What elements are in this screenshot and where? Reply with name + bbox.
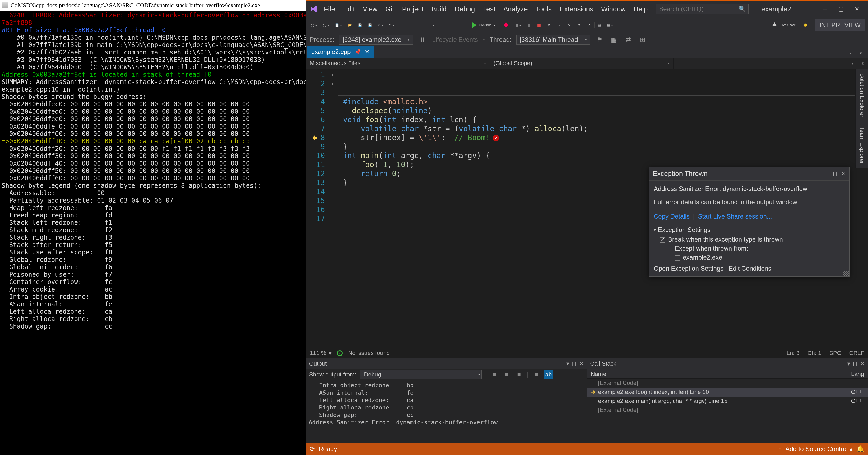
menu-project[interactable]: Project [399,3,427,15]
callstack-col-lang[interactable]: Lang [839,369,868,378]
step-into-button[interactable]: ↘ [565,19,574,31]
console-titlebar[interactable]: C:\MSDN\cpp-docs-pr\docs\c-language\ASAN… [0,0,306,10]
exception-close-button[interactable]: ✕ [841,170,845,177]
except-module-checkbox[interactable]: example2.exe [660,254,844,261]
thread-button[interactable]: ⇄ [624,35,633,45]
suspend-button[interactable]: ⏸ [418,35,427,45]
output-pin-button[interactable]: ⊓ [572,360,576,367]
search-input[interactable] [659,5,739,13]
minimize-button[interactable]: ─ [817,4,833,14]
callstack-close-button[interactable]: ✕ [860,360,865,367]
menu-tools[interactable]: Tools [532,3,555,15]
split-button[interactable]: ⊞ [858,58,868,68]
nav-project-dropdown[interactable]: Miscellaneous Files▾ [306,58,490,68]
callstack-row[interactable]: ➜example2.exe!foo(int index, int len) Li… [587,388,868,397]
close-button[interactable]: ✕ [849,4,865,14]
show-next-button[interactable]: → [555,19,563,31]
vs-logo-icon[interactable] [309,4,319,14]
open-exception-settings-link[interactable]: Open Exception Settings [654,265,723,272]
live-share-link[interactable]: Start Live Share session... [698,213,772,220]
save-all-button[interactable]: 💾 [366,19,374,31]
feedback-button[interactable]: 🙂 [801,19,809,31]
ips-button[interactable]: ⊞ [638,35,647,45]
menu-analyze[interactable]: Analyze [500,3,531,15]
output-text[interactable]: Intra object redzone: bb ASan internal: … [306,380,587,443]
thread-dropdown[interactable]: [38316] Main Thread▾ [516,35,590,45]
line-indicator[interactable]: Ln: 3 [786,350,800,357]
tab-overflow-button[interactable]: ▾ [846,49,854,58]
callstack-row[interactable]: [External Code] [587,405,868,415]
callstack-col-name[interactable]: Name [587,369,839,378]
tab-settings-button[interactable]: ⚙ [857,49,865,58]
live-share-button[interactable]: Live Share [767,22,799,29]
nav-fwd-button[interactable]: ◯▾ [321,19,331,31]
lineend-indicator[interactable]: CRLF [849,350,864,357]
step-over-button[interactable]: ↷ [575,19,583,31]
stack-frame-button[interactable]: ▦ [609,35,619,45]
menu-window[interactable]: Window [598,3,629,15]
issues-text[interactable]: No issues found [348,350,390,357]
output-source-dropdown[interactable]: Debug [360,370,482,379]
menu-file[interactable]: File [321,3,338,15]
menu-debug[interactable]: Debug [452,3,478,15]
menu-build[interactable]: Build [428,3,450,15]
break-when-thrown-checkbox[interactable]: Break when this exception type is thrown [660,236,844,243]
exception-pin-button[interactable]: ⊓ [833,170,837,177]
menu-edit[interactable]: Edit [340,3,358,15]
close-tab-button[interactable]: ✕ [365,49,369,55]
toolbox-button[interactable]: ▦ [595,19,603,31]
maximize-button[interactable]: ▢ [833,4,849,14]
menu-test[interactable]: Test [479,3,499,15]
team-explorer-tab[interactable]: Team Explorer [855,122,868,168]
resize-grip[interactable] [843,271,849,276]
stop-button[interactable]: ■ [535,19,543,31]
status-up-icon[interactable]: ↑ [778,445,782,453]
solution-explorer-tab[interactable]: Solution Explorer [855,69,868,122]
breakpoints-button[interactable]: ▦▾ [605,19,615,31]
int-preview-badge[interactable]: INT PREVIEW [815,19,865,31]
menu-help[interactable]: Help [630,3,651,15]
char-indicator[interactable]: Ch: 1 [807,350,822,357]
nav-scope-dropdown[interactable]: (Global Scope)▾ [490,58,674,68]
editor[interactable]: 1234567891011121314151617 ⊟⊟ #include <m… [306,69,868,348]
step-out-button[interactable]: ↗ [585,19,593,31]
break-all-button[interactable]: ∥ [525,19,533,31]
console-output[interactable]: ==6248==ERROR: AddressSanitizer: dynamic… [0,10,306,455]
config-dropdown[interactable]: ▾ [399,19,467,31]
menu-view[interactable]: View [360,3,381,15]
notifications-button[interactable]: 🔔 [856,445,864,453]
new-button[interactable]: 📄▾ [333,19,344,31]
output-clear-button[interactable]: ≡ [515,370,523,379]
callstack-dropdown-button[interactable]: ▾ [847,360,850,367]
output-next-button[interactable]: ≡ [502,370,511,379]
restart-button[interactable]: ⟳ [545,19,553,31]
search-box[interactable]: 🔍 [656,4,749,14]
output-prev-button[interactable]: ≡ [490,370,499,379]
output-dropdown-button[interactable]: ▾ [566,360,569,367]
indent-indicator[interactable]: SPC [829,350,841,357]
continue-button[interactable]: Continue▾ [469,19,499,31]
zoom-level[interactable]: 111 %▾ [310,350,332,357]
output-toggle-button[interactable]: ab [544,370,553,379]
redo-button[interactable]: ↷▾ [387,19,397,31]
process-dropdown[interactable]: [6248] example2.exe▾ [339,35,413,45]
callstack-row[interactable]: [External Code] [587,378,868,388]
callstack-rows[interactable]: [External Code]➜example2.exe!foo(int ind… [587,378,868,443]
nav-member-dropdown[interactable]: ▾ [674,58,858,68]
exception-settings-header[interactable]: ▾Exception Settings [654,226,844,234]
save-button[interactable]: 💾 [355,19,364,31]
menu-extensions[interactable]: Extensions [556,3,596,15]
output-close-button[interactable]: ✕ [579,360,584,367]
edit-conditions-link[interactable]: Edit Conditions [729,265,771,272]
callstack-row[interactable]: example2.exe!main(int argc, char * * arg… [587,397,868,405]
output-wrap-button[interactable]: ≡ [532,370,540,379]
nav-back-button[interactable]: ◯▾ [309,19,319,31]
hot-reload-button[interactable] [500,19,512,31]
undo-button[interactable]: ↶▾ [376,19,385,31]
flag-button[interactable]: ⚑ [595,35,604,45]
fold-gutter[interactable]: ⊟⊟ [330,69,338,348]
file-tab-active[interactable]: example2.cpp 📌 ✕ [307,46,374,58]
open-button[interactable]: 📂 [346,19,354,31]
callstack-pin-button[interactable]: ⊓ [853,360,857,367]
menu-git[interactable]: Git [382,3,397,15]
